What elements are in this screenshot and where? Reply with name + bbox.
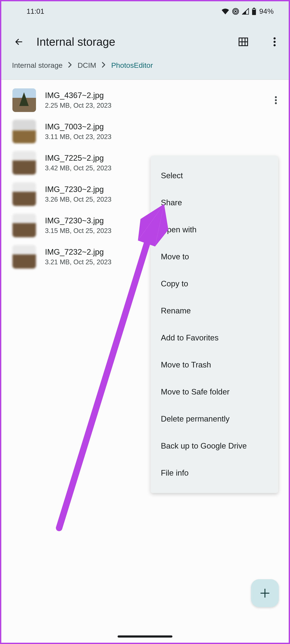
signal-icon xyxy=(242,8,249,14)
file-name: IMG_7003~2.jpg xyxy=(45,122,280,131)
svg-point-14 xyxy=(275,99,277,101)
file-thumbnail xyxy=(12,88,36,112)
menu-file-info[interactable]: File info xyxy=(150,460,278,486)
plus-icon xyxy=(260,588,270,598)
menu-move-trash[interactable]: Move to Trash xyxy=(150,352,278,378)
status-time: 11:01 xyxy=(26,7,44,16)
header-region: 11:01 94% Interna xyxy=(1,1,289,80)
chevron-right-icon xyxy=(102,61,106,70)
status-bar: 11:01 94% xyxy=(1,1,289,18)
page-title: Internal storage xyxy=(36,35,226,48)
menu-copy-to[interactable]: Copy to xyxy=(150,270,278,297)
svg-rect-5 xyxy=(253,9,256,10)
menu-backup-drive[interactable]: Back up to Google Drive xyxy=(150,432,278,460)
nav-handle[interactable] xyxy=(118,636,172,638)
breadcrumb: Internal storage DCIM PhotosEditor xyxy=(1,61,289,79)
file-row[interactable]: IMG_7003~2.jpg 3.11 MB, Oct 23, 2023 xyxy=(1,116,289,147)
app-bar: Internal storage xyxy=(1,18,289,61)
menu-open-with[interactable]: Open with xyxy=(150,216,278,243)
context-menu: Select Share Open with Move to Copy to R… xyxy=(150,156,278,493)
menu-rename[interactable]: Rename xyxy=(150,297,278,324)
menu-delete-permanent[interactable]: Delete permanently xyxy=(150,406,278,432)
chevron-right-icon xyxy=(68,61,72,70)
battery-icon xyxy=(252,8,256,15)
file-overflow-button[interactable] xyxy=(272,96,280,104)
svg-line-16 xyxy=(59,230,151,528)
file-thumbnail xyxy=(12,182,36,206)
hotspot-icon xyxy=(232,8,239,15)
svg-point-10 xyxy=(274,37,276,40)
file-thumbnail xyxy=(12,245,36,268)
grid-view-button[interactable] xyxy=(238,36,249,48)
breadcrumb-dcim[interactable]: DCIM xyxy=(78,61,96,70)
file-meta: 2.25 MB, Oct 23, 2023 xyxy=(45,102,263,110)
svg-point-11 xyxy=(274,41,276,43)
svg-point-0 xyxy=(235,10,236,12)
menu-share[interactable]: Share xyxy=(150,189,278,216)
file-row[interactable]: IMG_4367~2.jpg 2.25 MB, Oct 23, 2023 xyxy=(1,84,289,116)
file-thumbnail xyxy=(12,120,36,143)
wifi-icon xyxy=(221,8,229,14)
menu-move-to[interactable]: Move to xyxy=(150,243,278,270)
breadcrumb-root[interactable]: Internal storage xyxy=(12,61,63,70)
menu-move-safe-folder[interactable]: Move to Safe folder xyxy=(150,378,278,406)
file-thumbnail xyxy=(12,214,36,237)
menu-add-favorites[interactable]: Add to Favorites xyxy=(150,324,278,352)
file-name: IMG_4367~2.jpg xyxy=(45,91,263,100)
breadcrumb-current[interactable]: PhotosEditor xyxy=(111,61,153,70)
file-meta: 3.11 MB, Oct 23, 2023 xyxy=(45,133,280,141)
back-button[interactable] xyxy=(13,36,24,48)
svg-point-13 xyxy=(275,96,277,98)
menu-select[interactable]: Select xyxy=(150,162,278,189)
svg-point-15 xyxy=(275,102,277,104)
overflow-menu-button[interactable] xyxy=(269,36,280,48)
add-fab[interactable] xyxy=(251,579,279,607)
file-thumbnail xyxy=(12,151,36,174)
battery-percent: 94% xyxy=(259,7,274,16)
svg-point-12 xyxy=(274,44,276,46)
svg-rect-3 xyxy=(253,8,255,8)
